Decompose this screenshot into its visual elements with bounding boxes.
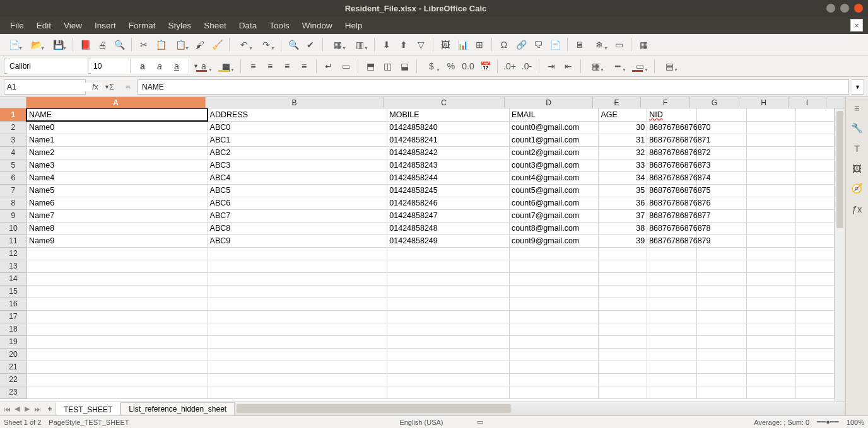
row-header-23[interactable]: 23 xyxy=(0,386,26,398)
define-print-button[interactable]: 🖥 xyxy=(572,37,587,52)
status-page-style[interactable]: PageStyle_TEST_SHEET xyxy=(49,419,129,426)
cell-B23[interactable] xyxy=(208,386,387,398)
vertical-scrollbar[interactable] xyxy=(835,108,845,402)
cell-I20[interactable] xyxy=(796,348,835,361)
cell-G20[interactable] xyxy=(696,348,746,361)
cell-F18[interactable] xyxy=(647,323,697,335)
name-box-input[interactable] xyxy=(7,83,102,91)
inc-indent-button[interactable]: ⇥ xyxy=(544,59,559,74)
cell-F20[interactable] xyxy=(647,348,697,361)
menu-format[interactable]: Format xyxy=(122,18,162,33)
cell-H11[interactable] xyxy=(746,234,796,247)
cell-A6[interactable]: Name4 xyxy=(26,171,208,184)
autofilter-button[interactable]: ▽ xyxy=(413,37,428,52)
cell-A10[interactable]: Name8 xyxy=(26,222,208,234)
status-selection-mode[interactable]: ▭ xyxy=(477,418,483,426)
row-header-7[interactable]: 7 xyxy=(0,184,26,197)
cell-E13[interactable] xyxy=(599,260,647,272)
cell-A20[interactable] xyxy=(26,348,208,361)
col-ops-button[interactable]: ▥▼ xyxy=(349,37,370,52)
cell-E22[interactable] xyxy=(599,373,647,386)
redo-button[interactable]: ↷▼ xyxy=(256,37,276,52)
cell-B22[interactable] xyxy=(208,373,387,386)
cell-E15[interactable] xyxy=(599,285,647,298)
cell-I18[interactable] xyxy=(796,323,835,335)
cell-G12[interactable] xyxy=(696,247,746,260)
undo-button[interactable]: ↶▼ xyxy=(234,37,254,52)
row-header-10[interactable]: 10 xyxy=(0,222,26,234)
underline-button[interactable]: a xyxy=(169,59,184,74)
wrap-text-button[interactable]: ↵ xyxy=(321,59,336,74)
cell-E2[interactable]: 30 xyxy=(599,121,647,134)
add-decimal-button[interactable]: .0+ xyxy=(502,59,517,74)
cell-A17[interactable] xyxy=(26,310,208,323)
cell-C11[interactable]: 01424858249 xyxy=(387,234,510,247)
tab-nav-first[interactable]: ⏮ xyxy=(3,405,11,413)
cell-I12[interactable] xyxy=(796,247,835,260)
cell-D16[interactable] xyxy=(510,298,599,310)
row-header-11[interactable]: 11 xyxy=(0,234,26,247)
row-header-14[interactable]: 14 xyxy=(0,272,26,285)
cell-C13[interactable] xyxy=(387,260,510,272)
cell-I16[interactable] xyxy=(796,298,835,310)
cell-D20[interactable] xyxy=(510,348,599,361)
cell-A14[interactable] xyxy=(26,272,208,285)
row-header-2[interactable]: 2 xyxy=(0,121,26,134)
cell-G17[interactable] xyxy=(696,310,746,323)
document-close-button[interactable]: × xyxy=(850,19,863,32)
column-header-B[interactable]: B xyxy=(206,97,384,108)
cell-I11[interactable] xyxy=(796,234,835,247)
cell-D3[interactable]: count1@gmail.com xyxy=(510,134,599,146)
row-header-16[interactable]: 16 xyxy=(0,298,26,310)
column-header-I[interactable]: I xyxy=(789,97,826,108)
row-header-6[interactable]: 6 xyxy=(0,171,26,184)
new-doc-button[interactable]: 📄▼ xyxy=(4,37,24,52)
sidebar-settings-tab[interactable]: ≡ xyxy=(849,100,865,116)
cell-C14[interactable] xyxy=(387,272,510,285)
cell-B19[interactable] xyxy=(208,335,387,348)
cell-I21[interactable] xyxy=(796,361,835,373)
cell-E6[interactable]: 34 xyxy=(599,171,647,184)
cell-A8[interactable]: Name6 xyxy=(26,197,208,209)
name-box[interactable]: ▼ xyxy=(4,79,86,95)
cell-H7[interactable] xyxy=(746,184,796,197)
cell-E3[interactable]: 31 xyxy=(599,134,647,146)
cell-H4[interactable] xyxy=(746,146,796,159)
cell-D2[interactable]: count0@gmail.com xyxy=(510,121,599,134)
cell-F14[interactable] xyxy=(647,272,697,285)
cell-H5[interactable] xyxy=(746,159,796,171)
cell-E21[interactable] xyxy=(599,361,647,373)
borders-button[interactable]: ▦▼ xyxy=(585,59,606,74)
print-preview-button[interactable]: 🔍 xyxy=(112,37,127,52)
sheet-tab-List_reference_hidden_sheet[interactable]: List_reference_hidden_sheet xyxy=(120,402,235,415)
cell-C8[interactable]: 01424858246 xyxy=(387,197,510,209)
find-button[interactable]: 🔍 xyxy=(286,37,301,52)
cell-F5[interactable]: 86876786876873 xyxy=(647,159,697,171)
cell-D15[interactable] xyxy=(510,285,599,298)
cell-C18[interactable] xyxy=(387,323,510,335)
cell-C6[interactable]: 01424858244 xyxy=(387,171,510,184)
cell-A19[interactable] xyxy=(26,335,208,348)
cell-E1[interactable]: AGE xyxy=(599,108,647,121)
cell-B17[interactable] xyxy=(208,310,387,323)
zoom-slider[interactable]: ━━●━━ xyxy=(817,418,839,426)
grid-body[interactable]: 1NAMEADDRESSMOBILEEMAILAGENID2Name0ABC00… xyxy=(0,108,835,402)
cell-C10[interactable]: 01424858248 xyxy=(387,222,510,234)
freeze-button[interactable]: ❄▼ xyxy=(589,37,609,52)
cell-I8[interactable] xyxy=(796,197,835,209)
cell-B6[interactable]: ABC4 xyxy=(208,171,387,184)
cell-H9[interactable] xyxy=(746,209,796,222)
column-header-E[interactable]: E xyxy=(593,97,641,108)
column-header-A[interactable]: A xyxy=(26,97,206,108)
cell-F13[interactable] xyxy=(647,260,697,272)
show-draw-button[interactable]: ▦ xyxy=(636,37,651,52)
cell-F23[interactable] xyxy=(647,386,697,398)
row-header-13[interactable]: 13 xyxy=(0,260,26,272)
cell-D13[interactable] xyxy=(510,260,599,272)
cell-C20[interactable] xyxy=(387,348,510,361)
cell-E20[interactable] xyxy=(599,348,647,361)
cell-C22[interactable] xyxy=(387,373,510,386)
cell-E23[interactable] xyxy=(599,386,647,398)
cell-A18[interactable] xyxy=(26,323,208,335)
cell-F8[interactable]: 86876786876876 xyxy=(647,197,697,209)
